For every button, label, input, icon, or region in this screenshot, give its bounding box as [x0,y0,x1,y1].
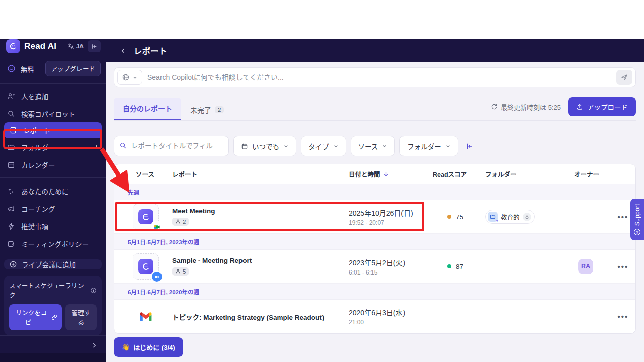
col-datetime[interactable]: 日付と時間 [349,169,433,179]
sidebar: Read AI JA 無料 アップグレード [0,39,106,362]
copilot-search-bar [114,67,636,87]
sidebar-collapse-button[interactable] [88,40,101,52]
sidebar-expand-chevron[interactable] [91,342,98,349]
score-cell: 75 [433,213,485,221]
refresh-icon[interactable] [491,103,498,110]
folder-badge[interactable]: ✦ 教育的 [485,210,535,224]
sidebar-item-recommendations[interactable]: 推奨事項 [0,217,106,235]
sidebar-item-label: コーチング [21,204,55,214]
language-selector[interactable]: JA [67,43,84,50]
last-updated-text: 最終更新時刻は 5:25 [501,102,561,112]
sparkles-icon [7,187,16,195]
info-icon[interactable] [90,287,97,294]
sidebar-item-label: あなたのために [21,186,69,196]
page-title: レポート [134,45,167,57]
col-source: ソース [136,169,172,179]
add-to-live-meeting-button[interactable]: ライブ会議に追加 [4,259,102,269]
live-meeting-label: ライブ会議に追加 [22,259,76,269]
read-ai-logo-icon [138,259,153,274]
group-row-week-may-2023: 5月1日-5月7日, 2023年の週 [114,234,635,250]
report-row-marketing-strategy[interactable]: トピック: Marketing Strategy (Sample Readout… [114,300,635,333]
participants-badge: 2 [172,218,189,226]
lightning-icon [7,222,16,230]
date-filter-label: いつでも [252,141,279,151]
upgrade-button[interactable]: アップグレード [45,61,101,76]
sidebar-item-search-copilot[interactable]: 検索コパイロット [0,105,106,122]
smart-scheduler-title-row: スマートスケジューラリンク [9,281,97,300]
chevron-down-icon [445,143,451,149]
group-label: 先週 [128,188,139,196]
col-folder: フォルダー [485,169,574,179]
report-title: トピック: Marketing Strategy (Sample Readout… [172,312,349,322]
tabs-row: 自分のレポート 未完了 2 最終更新時刻は 5:25 [114,99,636,121]
folder-icon [7,143,16,151]
sidebar-item-calendar[interactable]: カレンダー [0,156,106,173]
datetime-cell: 2025年10月26日(日) 19:52 - 20:07 [349,208,433,226]
tab-label: 未完了 [190,105,211,115]
report-row-sample-meeting-report[interactable]: Sample - Meeting Report 5 2023年5月2日(火) 6… [114,250,635,284]
copy-link-button[interactable]: リンクをコピー [9,304,62,330]
sidebar-item-coaching[interactable]: コーチング [0,200,106,217]
add-folder-button[interactable]: + [94,143,99,152]
back-button[interactable] [120,47,127,54]
last-updated: 最終更新時刻は 5:25 [491,102,561,112]
sidebar-item-meeting-policies[interactable]: ミーティングポリシー [0,235,106,252]
folder-cell: ✦ 教育的 [485,210,574,224]
send-button[interactable] [616,70,632,85]
read-ai-app-window: Read AI JA 無料 アップグレード [0,39,644,362]
folder-filter-dropdown[interactable]: フォルダー [399,136,458,156]
sidebar-header: Read AI JA [0,39,106,54]
plan-row: 無料 アップグレード [0,54,106,83]
report-cell: トピック: Marketing Strategy (Sample Readout… [172,312,349,322]
upload-button[interactable]: アップロード [568,97,636,116]
participants-badge: 5 [172,267,189,276]
search-icon [119,142,127,149]
smart-scheduler-title: スマートスケジューラリンク [9,281,87,300]
manage-button[interactable]: 管理する [65,304,97,330]
copilot-search-input[interactable] [147,73,611,81]
sidebar-nav: 人を追加 検索コパイロット レポート [0,84,106,255]
page: Read AI JA 無料 アップグレード [0,0,644,362]
sidebar-footer-strip [0,353,106,362]
datetime-cell: 2023年5月2日(火) 6:01 - 6:15 [349,257,433,276]
account-plan-icon [7,64,16,73]
source-filter-dropdown[interactable]: ソース [351,136,395,156]
folder-name: 教育的 [501,212,520,222]
tab-my-reports[interactable]: 自分のレポート [114,98,181,120]
link-icon [51,314,57,320]
support-label: Support [634,204,641,226]
type-filter-dropdown[interactable]: タイプ [301,136,346,156]
getting-started-label: はじめに (3/4) [133,342,175,352]
score-value: 87 [456,263,463,270]
report-title: Meet Meeting [172,207,349,215]
page-header: レポート [106,39,644,62]
row-menu-button[interactable]: ••• [612,312,634,321]
col-owner: オーナー [574,169,612,179]
reset-filters-icon[interactable] [466,142,474,150]
sidebar-item-label: レポート [23,125,50,135]
sidebar-item-for-you[interactable]: あなたのために [0,182,106,200]
date-filter-dropdown[interactable]: いつでも [233,136,296,156]
report-row-meet-meeting[interactable]: Meet Meeting 2 2025年10月26日(日) 19:52 - 20… [114,200,635,234]
sidebar-item-add-people[interactable]: 人を追加 [0,87,106,105]
gmail-icon [140,312,152,322]
smart-scheduler-buttons: リンクをコピー 管理する [9,304,97,330]
sidebar-item-reports[interactable]: レポート [4,122,102,138]
source-thumbnail [133,253,159,280]
copilot-scope-selector[interactable] [117,70,142,85]
source-cell [140,312,172,322]
row-menu-button[interactable]: ••• [612,262,634,271]
owner-avatar[interactable]: RA [578,259,593,274]
sidebar-item-folders[interactable]: フォルダー + [0,138,106,156]
brand-name: Read AI [24,41,63,51]
report-time: 6:01 - 6:15 [349,269,433,276]
participants-count: 5 [183,268,186,275]
report-title-filter-input[interactable] [114,136,229,156]
support-tab[interactable]: Support ? [630,199,644,240]
upload-icon [576,103,583,110]
getting-started-button[interactable]: 👋 はじめに (3/4) [114,337,183,357]
score-value: 75 [456,213,463,221]
tab-incomplete[interactable]: 未完了 2 [181,99,233,120]
ai-folder-icon: ✦ [488,212,498,222]
report-date: 2023年5月2日(火) [349,257,433,267]
